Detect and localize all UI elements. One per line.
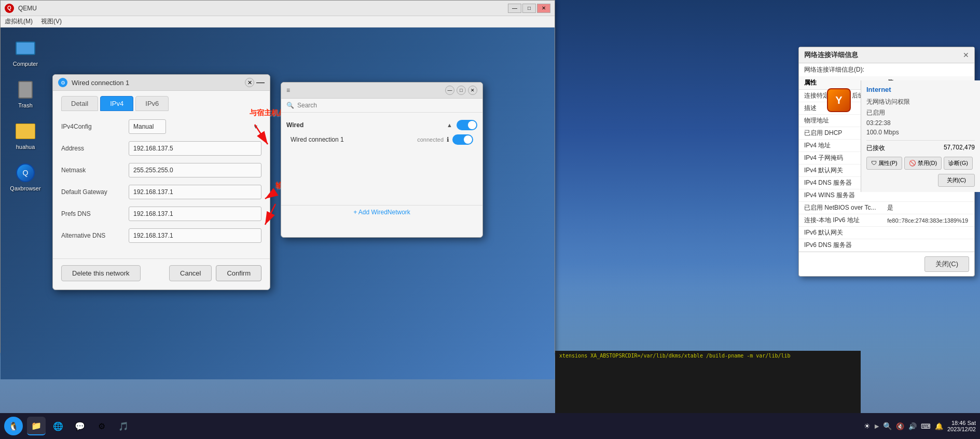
val-netbios: 是 bbox=[882, 202, 974, 214]
alt-dns-row: Alternative DNS bbox=[61, 228, 261, 243]
address-input[interactable] bbox=[129, 141, 261, 156]
connection-toggle[interactable] bbox=[452, 134, 473, 145]
desktop: Q QEMU — □ ✕ 虚拟机(M) 视图(V) Computer bbox=[0, 0, 980, 439]
taskbar-app-browser[interactable]: 🌐 bbox=[49, 417, 67, 435]
clock-time: 18:46 Sat bbox=[947, 420, 976, 426]
linux-desktop: Computer Trash huahua Q bbox=[1, 28, 555, 379]
nm-list-footer[interactable]: + Add WiredNetwork bbox=[281, 205, 482, 219]
net-info-close-button[interactable]: 关闭(C) bbox=[924, 256, 969, 272]
win-network-panel: Internet 无网络访问权限 已启用 03:22:38 100.0 Mbps… bbox=[861, 80, 980, 192]
search-icon: 🔍 bbox=[286, 102, 294, 109]
table-row: IPv6 DNS 服务器 bbox=[799, 239, 974, 252]
yandex-icon[interactable]: Y bbox=[827, 88, 851, 112]
taskbar-search-icon[interactable]: 🔍 bbox=[883, 422, 892, 430]
taskbar-volume-icon[interactable]: 🔊 bbox=[908, 422, 917, 430]
folder-icon-image bbox=[15, 121, 36, 142]
qemu-titlebar: Q QEMU — □ ✕ bbox=[1, 1, 555, 16]
computer-icon-image bbox=[15, 38, 36, 59]
wired-toggle[interactable] bbox=[457, 120, 477, 130]
confirm-button[interactable]: Confirm bbox=[216, 265, 261, 281]
trash-icon-label: Trash bbox=[18, 102, 33, 108]
nm-list-maximize-button[interactable]: □ bbox=[457, 86, 466, 95]
internet-label: Internet bbox=[866, 86, 975, 93]
taskbar-notification-icon[interactable]: 🔔 bbox=[935, 422, 943, 430]
desktop-icon-trash[interactable]: Trash bbox=[9, 79, 42, 108]
info-icon[interactable]: ℹ bbox=[447, 136, 449, 143]
table-row: IPv6 默认网关 bbox=[799, 227, 974, 239]
network-action-buttons: 🛡 属性(P) 🚫 禁用(D) 诊断(G) bbox=[866, 157, 975, 170]
nm-tab-ipv6[interactable]: IPv6 bbox=[135, 96, 169, 111]
taskbar-app-music[interactable]: 🎵 bbox=[114, 417, 133, 435]
table-row: 已启用 NetBIOS over Tc... 是 bbox=[799, 202, 974, 214]
diagnose-button[interactable]: 诊断(G) bbox=[944, 157, 973, 170]
trash-icon-image bbox=[15, 79, 36, 100]
disable-button[interactable]: 🚫 禁用(D) bbox=[904, 157, 942, 170]
gateway-input[interactable] bbox=[129, 185, 261, 199]
nm-connection-item: Wired connection 1 connected ℹ bbox=[286, 132, 477, 147]
win-panel-close-button[interactable]: 关闭(C) bbox=[938, 174, 975, 187]
nm-list-titlebar: ≡ — □ ✕ bbox=[281, 83, 482, 99]
prop-ipv6-local: 连接-本地 IPv6 地址 bbox=[799, 214, 882, 227]
taskbar-apps: 📁 🌐 💬 ⚙ 🎵 bbox=[27, 417, 864, 435]
desktop-icon-browser[interactable]: Q Qaxbrowser bbox=[9, 162, 42, 191]
yandex-panel: Y bbox=[827, 88, 853, 114]
prop-ipv6-dns: IPv6 DNS 服务器 bbox=[799, 239, 882, 252]
terminal-text: xtensions XA_ABSTOPSRCDIR=/var/lib/dkms/… bbox=[559, 353, 791, 359]
prop-netbios: 已启用 NetBIOS over Tc... bbox=[799, 202, 882, 214]
time-display: 03:22:38 bbox=[866, 119, 975, 127]
nm-list-content: Wired ▲ Wired connection 1 connected ℹ bbox=[281, 113, 482, 205]
properties-button[interactable]: 🛡 属性(P) bbox=[866, 157, 902, 170]
nm-tab-ipv4[interactable]: IPv4 bbox=[100, 96, 133, 111]
nm-dialog-close-button[interactable]: ✕ bbox=[245, 78, 254, 87]
nm-dialog-body: IPv4Config Manual Automatic ▾ Address bbox=[53, 111, 270, 258]
qemu-maximize-button[interactable]: □ bbox=[522, 4, 536, 13]
prefs-dns-row: Prefs DNS bbox=[61, 207, 261, 221]
alt-dns-input[interactable] bbox=[129, 228, 261, 243]
table-row: 连接-本地 IPv6 地址 fe80::78ce:2748:383e:1389%… bbox=[799, 214, 974, 227]
delete-network-button[interactable]: Delete this network bbox=[61, 265, 141, 281]
prop-ipv6-gateway: IPv6 默认网关 bbox=[799, 227, 882, 239]
taskbar-keyboard-icon[interactable]: ⌨ bbox=[921, 422, 931, 430]
taskbar-app-mail[interactable]: 💬 bbox=[71, 417, 89, 435]
ipv4config-select-wrapper: Manual Automatic ▾ bbox=[129, 119, 261, 134]
qemu-close-button[interactable]: ✕ bbox=[537, 4, 550, 13]
menu-view[interactable]: 视图(V) bbox=[41, 17, 62, 26]
ipv4config-row: IPv4Config Manual Automatic ▾ bbox=[61, 119, 261, 134]
nm-connection-status: connected bbox=[417, 136, 444, 143]
val-ipv6-dns bbox=[882, 239, 974, 252]
alt-dns-label: Alternative DNS bbox=[61, 232, 129, 239]
nm-list-minimize-button[interactable]: — bbox=[445, 86, 454, 95]
taskbar-right-area: ☀ ▶ 🔍 🔇 🔊 ⌨ 🔔 18:46 Sat 2023/12/02 bbox=[864, 420, 976, 432]
ipv4config-select[interactable]: Manual Automatic bbox=[129, 119, 166, 134]
cancel-button[interactable]: Cancel bbox=[169, 265, 212, 281]
add-wired-network-button[interactable]: + Add WiredNetwork bbox=[353, 209, 410, 216]
taskbar-app-files[interactable]: 📁 bbox=[27, 417, 46, 435]
qemu-minimize-button[interactable]: — bbox=[508, 4, 521, 13]
nm-search-input[interactable] bbox=[297, 102, 477, 109]
netmask-input[interactable] bbox=[129, 163, 261, 177]
taskbar-start-button[interactable]: 🐧 bbox=[4, 417, 23, 435]
nm-tab-detail[interactable]: Detail bbox=[61, 96, 98, 111]
desktop-icon-computer[interactable]: Computer bbox=[9, 38, 42, 67]
taskbar-audio-icon[interactable]: 🔇 bbox=[896, 422, 904, 430]
net-info-footer: 关闭(C) bbox=[799, 252, 974, 276]
taskbar-sun-icon: ☀ bbox=[864, 422, 871, 430]
nm-wired-connection-dialog: ⚙ Wired connection 1 ✕ — Detail IPv4 IPv… bbox=[52, 74, 270, 290]
qemu-menubar: 虚拟机(M) 视图(V) bbox=[1, 16, 555, 28]
menu-vm[interactable]: 虚拟机(M) bbox=[5, 17, 33, 26]
taskbar-app-settings[interactable]: ⚙ bbox=[92, 417, 111, 435]
nm-wired-label: Wired bbox=[286, 121, 303, 129]
qemu-window-controls: — □ ✕ bbox=[508, 4, 550, 13]
nm-dialog-titlebar: ⚙ Wired connection 1 ✕ — bbox=[53, 75, 270, 91]
netmask-label: Netmask bbox=[61, 167, 129, 174]
nm-dialog-title: Wired connection 1 bbox=[72, 79, 245, 87]
prefs-dns-input[interactable] bbox=[129, 207, 261, 221]
qemu-title: QEMU bbox=[18, 5, 508, 12]
nm-list-close-button[interactable]: ✕ bbox=[468, 86, 477, 95]
browser-icon-label: Qaxbrowser bbox=[10, 185, 40, 191]
taskbar-arrow-icon: ▶ bbox=[875, 423, 879, 430]
nm-list-search-bar: 🔍 bbox=[281, 99, 482, 113]
desktop-icon-folder[interactable]: huahua bbox=[9, 121, 42, 150]
net-info-close-icon[interactable]: ✕ bbox=[963, 51, 969, 59]
nm-list-dialog: ≡ — □ ✕ 🔍 Wired bbox=[281, 82, 483, 238]
